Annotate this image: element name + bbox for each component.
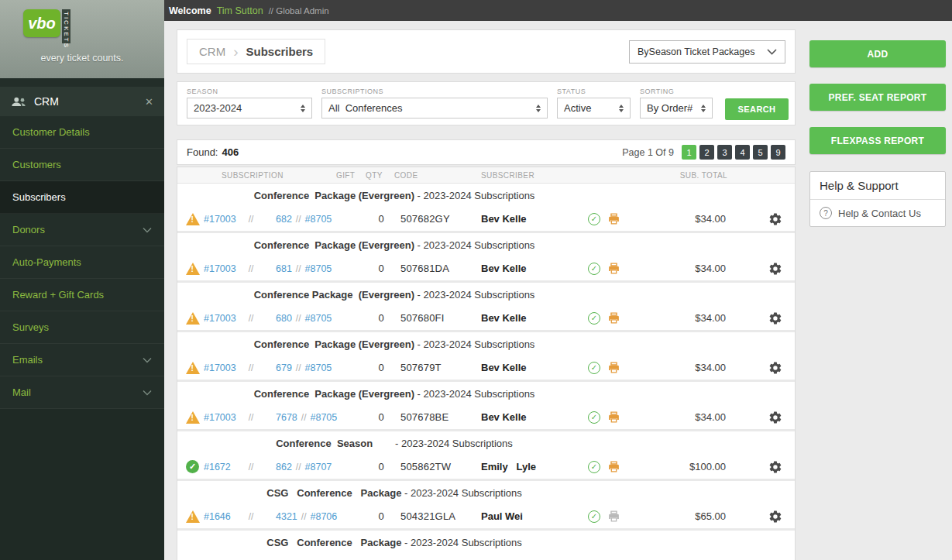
settings-gear-icon[interactable]: [737, 311, 795, 325]
confirmed-check-icon[interactable]: ✓: [588, 461, 600, 473]
print-icon[interactable]: [607, 262, 620, 275]
page-button-9[interactable]: 9: [771, 145, 785, 160]
sidebar-section-crm[interactable]: CRM ✕: [0, 87, 164, 116]
order-number-link[interactable]: #17003: [204, 263, 239, 274]
gift-cell: 862 // #8707: [263, 462, 362, 472]
order-number-link[interactable]: #1672: [204, 462, 239, 472]
print-icon[interactable]: [607, 411, 620, 424]
logo-tagline: every ticket counts.: [0, 53, 164, 64]
page-button-1[interactable]: 1: [682, 145, 696, 160]
confirmed-check-icon[interactable]: ✓: [588, 312, 600, 325]
column-header-gift: GIFT: [336, 171, 355, 180]
subscription-data-row: #17003 // 680 // #8705 0 507680FI Bev Ke…: [177, 306, 795, 330]
sidebar-item-emails[interactable]: Emails: [0, 344, 164, 376]
subscription-code: 507679T: [400, 362, 481, 373]
print-icon[interactable]: [607, 460, 620, 473]
confirmed-check-icon[interactable]: ✓: [588, 510, 600, 523]
page-button-4[interactable]: 4: [735, 145, 750, 160]
package-id-link[interactable]: #8705: [305, 214, 332, 225]
settings-gear-icon[interactable]: [737, 411, 795, 424]
season-select[interactable]: 2023-2024: [187, 98, 312, 119]
status-select[interactable]: Active: [557, 98, 631, 119]
subscriber-name: Paul Wei: [481, 510, 585, 522]
sidebar-item-customers[interactable]: Customers: [0, 149, 164, 181]
sidebar-item-reward-gift-cards[interactable]: Reward + Gift Cards: [0, 279, 164, 311]
print-icon[interactable]: [607, 212, 620, 225]
confirmed-check-icon[interactable]: ✓: [588, 213, 600, 225]
package-id-link[interactable]: #8705: [310, 412, 337, 423]
separator: //: [239, 263, 263, 274]
logo-text: vbo: [28, 15, 56, 33]
sidebar-item-subscribers[interactable]: Subscribers: [0, 181, 164, 214]
page-button-2[interactable]: 2: [699, 145, 714, 160]
settings-gear-icon[interactable]: [737, 460, 795, 474]
subscriptions-select[interactable]: All Conferences: [321, 98, 548, 119]
page-button-3[interactable]: 3: [717, 145, 732, 160]
sidebar-item-donors[interactable]: Donors: [0, 214, 164, 246]
view-type-select[interactable]: BySeason Ticket Packages: [629, 40, 785, 64]
print-icon[interactable]: [607, 361, 620, 374]
order-number-link[interactable]: #17003: [204, 214, 239, 225]
confirmed-check-icon[interactable]: ✓: [588, 411, 600, 424]
flexpass-report-button[interactable]: FLEXPASS REPORT: [809, 127, 946, 154]
breadcrumb-crm-link[interactable]: CRM: [199, 45, 225, 58]
confirmed-check-icon[interactable]: ✓: [588, 263, 600, 275]
found-count: 406: [222, 146, 239, 158]
gift-id-link[interactable]: 862: [276, 462, 292, 472]
gift-id-link[interactable]: 682: [276, 214, 292, 225]
spinner-icon: [530, 105, 541, 112]
sidebar-item-customer-details[interactable]: Customer Details: [0, 116, 164, 149]
sidebar-item-surveys[interactable]: Surveys: [0, 311, 164, 344]
gift-id-link[interactable]: 680: [276, 313, 292, 324]
subscription-title: Conference Season - 2023-2024 Subscripti…: [177, 431, 611, 455]
subscription-data-row: #1643 // 250 // #8706 0 504250ZE Chris B…: [177, 554, 795, 560]
right-column: ADD PREF. SEAT REPORT FLEXPASS REPORT He…: [809, 29, 946, 560]
package-id-link[interactable]: #8705: [305, 263, 332, 274]
sidebar-item-mail[interactable]: Mail: [0, 376, 164, 409]
confirmed-check-icon[interactable]: ✓: [588, 362, 600, 374]
column-header-subscriber: SUBSCRIBER: [481, 171, 534, 180]
settings-gear-icon[interactable]: [737, 212, 795, 226]
table-row: Conference Season - 2023-2024 Subscripti…: [177, 431, 795, 481]
status-warning-icon: [186, 411, 200, 424]
order-number-link[interactable]: #1646: [204, 511, 239, 522]
subscriptions-value: All Conferences: [328, 102, 402, 114]
column-header-sub-total: SUB. TOTAL: [680, 171, 727, 180]
print-icon[interactable]: [607, 311, 620, 325]
sorting-select[interactable]: By Order#: [640, 98, 713, 119]
print-icon[interactable]: [607, 510, 620, 523]
gift-id-link[interactable]: 681: [276, 263, 292, 274]
gift-id-link[interactable]: 679: [276, 362, 292, 373]
help-support-title: Help & Support: [810, 172, 945, 200]
order-number-link[interactable]: #17003: [204, 412, 239, 423]
settings-gear-icon[interactable]: [737, 262, 795, 276]
status-value: Active: [564, 102, 591, 114]
gift-id-link[interactable]: 4321: [276, 511, 297, 522]
subscription-name: Conference Package (Evergreen): [254, 338, 414, 350]
separator: //: [296, 313, 301, 324]
add-button[interactable]: ADD: [809, 40, 946, 67]
pref-seat-report-button[interactable]: PREF. SEAT REPORT: [809, 84, 946, 111]
package-id-link[interactable]: #8705: [305, 362, 332, 373]
settings-gear-icon[interactable]: [737, 510, 795, 524]
status-warning-icon: [186, 362, 200, 374]
filter-bar: SEASON 2023-2024 SUBSCRIPTIONS All Confe…: [177, 81, 796, 125]
gift-id-link[interactable]: 7678: [276, 412, 297, 423]
subscriber-name: Bev Kelle: [481, 312, 585, 324]
vbo-logo[interactable]: vbo: [23, 9, 60, 37]
help-contact-link[interactable]: ? Help & Contact Us: [810, 200, 945, 226]
package-id-link[interactable]: #8706: [310, 511, 337, 522]
sidebar-item-label: Emails: [12, 354, 43, 366]
gift-cell: 679 // #8705: [263, 362, 362, 373]
settings-gear-icon[interactable]: [737, 361, 795, 375]
package-id-link[interactable]: #8705: [305, 313, 332, 324]
close-icon[interactable]: ✕: [145, 96, 153, 108]
current-user-link[interactable]: Tim Sutton: [217, 5, 263, 16]
search-button[interactable]: SEARCH: [725, 98, 789, 120]
sidebar-item-label: Reward + Gift Cards: [12, 289, 104, 301]
order-number-link[interactable]: #17003: [204, 313, 239, 324]
page-button-5[interactable]: 5: [753, 145, 768, 160]
package-id-link[interactable]: #8707: [305, 462, 332, 472]
sidebar-item-auto-payments[interactable]: Auto-Payments: [0, 246, 164, 279]
order-number-link[interactable]: #17003: [204, 362, 239, 373]
